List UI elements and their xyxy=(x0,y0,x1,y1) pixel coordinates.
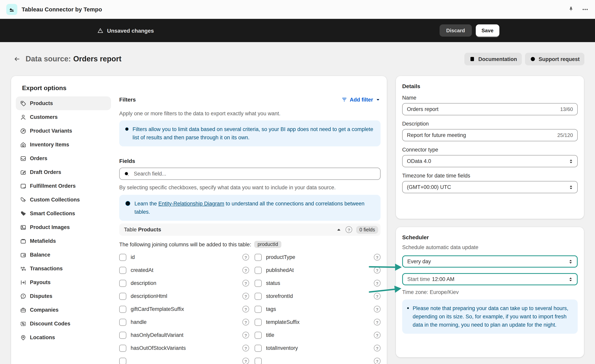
table-name: Products xyxy=(138,227,161,233)
sidebar-item-transactions[interactable]: Transactions xyxy=(16,262,111,275)
field-help-icon[interactable]: ? xyxy=(242,332,249,338)
start-time-select[interactable]: Start time 12:00 AM xyxy=(402,273,578,285)
checkbox-publishedAt[interactable] xyxy=(255,267,262,274)
support-request-button[interactable]: Support request xyxy=(525,53,584,65)
scheduler-description: Schedule automatic data update xyxy=(402,244,578,250)
field-help-icon[interactable]: ? xyxy=(242,280,249,286)
checkbox-tags[interactable] xyxy=(255,306,262,313)
sidebar-item-orders[interactable]: Orders xyxy=(16,151,111,165)
sidebar-item-inventory-items[interactable]: Inventory Items xyxy=(16,138,111,151)
checkbox-next-field[interactable] xyxy=(255,357,262,364)
checkbox-descriptionHtml[interactable] xyxy=(119,293,126,300)
export-entity-nav: Products Customers Product Variants Inve… xyxy=(16,96,111,364)
field-row: giftCardTemplateSuffix? tags? xyxy=(119,303,381,316)
sidebar-item-draft-orders[interactable]: Draft Orders xyxy=(16,165,111,179)
checkbox-title[interactable] xyxy=(255,332,262,339)
field-help-icon[interactable]: ? xyxy=(374,280,381,286)
field-help-icon[interactable]: ? xyxy=(374,358,381,364)
field-help-icon[interactable]: ? xyxy=(374,267,381,273)
checkbox-description[interactable] xyxy=(119,280,126,287)
sidebar-item-disputes[interactable]: Disputes xyxy=(16,289,111,303)
app-logo-icon xyxy=(6,4,17,15)
update-frequency-select[interactable]: Every day xyxy=(402,255,578,268)
sidebar-item-metafields[interactable]: Metafields xyxy=(16,234,111,248)
checkbox-status[interactable] xyxy=(255,280,262,287)
info-icon xyxy=(125,200,131,207)
field-help-icon[interactable]: ? xyxy=(242,267,249,273)
back-arrow-icon[interactable] xyxy=(13,56,21,63)
briefcase-icon xyxy=(20,306,27,314)
add-filter-button[interactable]: Add filter xyxy=(341,96,381,103)
sidebar-item-payouts[interactable]: Payouts xyxy=(16,275,111,289)
table-help-icon[interactable]: ? xyxy=(346,226,352,233)
page-title: Data source:Orders report xyxy=(26,55,121,63)
checkbox-giftCardTemplateSuffix[interactable] xyxy=(119,306,126,313)
updown-stepper-icon xyxy=(568,184,574,190)
filters-description: Apply one or more filters to the data to… xyxy=(119,110,381,117)
sidebar-item-products[interactable]: Products xyxy=(16,96,111,110)
fields-count-badge: 0 fields xyxy=(356,226,378,234)
export-options-heading: Export options xyxy=(22,85,381,92)
name-input[interactable]: Orders report 13/60 xyxy=(402,103,578,115)
checkbox-templateSuffix[interactable] xyxy=(255,319,262,326)
field-search xyxy=(119,168,381,180)
sidebar-item-balance[interactable]: Balance xyxy=(16,248,111,262)
field-help-icon[interactable]: ? xyxy=(374,345,381,351)
checkbox-hasOnlyDefaultVariant[interactable] xyxy=(119,332,126,339)
connector-type-select[interactable]: OData 4.0 xyxy=(402,155,578,167)
sidebar-item-companies[interactable]: Companies xyxy=(16,303,111,317)
field-search-input[interactable] xyxy=(133,170,376,177)
checkbox-id[interactable] xyxy=(119,254,126,261)
field-help-icon[interactable]: ? xyxy=(242,293,249,300)
field-help-icon[interactable]: ? xyxy=(374,332,381,338)
field-row: id? productType? xyxy=(119,251,381,264)
export-options-card: Export options Products Customers Produc… xyxy=(11,76,387,364)
smart-tag-icon xyxy=(20,210,27,217)
name-label: Name xyxy=(402,95,578,101)
field-help-icon[interactable]: ? xyxy=(242,345,249,351)
topbar: Tableau Connector by Tempo xyxy=(0,0,595,19)
sidebar-item-customers[interactable]: Customers xyxy=(16,110,111,124)
field-help-icon[interactable]: ? xyxy=(242,319,249,325)
collapse-table-icon[interactable] xyxy=(336,227,342,232)
field-help-icon[interactable]: ? xyxy=(242,358,249,364)
sidebar-item-smart-collections[interactable]: Smart Collections xyxy=(16,207,111,220)
pin-icon[interactable] xyxy=(567,6,574,13)
checkbox-next-field[interactable] xyxy=(119,357,126,364)
field-help-icon[interactable]: ? xyxy=(374,293,381,300)
sidebar-item-product-variants[interactable]: Product Variants xyxy=(16,124,111,138)
documentation-button[interactable]: Documentation xyxy=(465,53,522,65)
checkbox-productType[interactable] xyxy=(255,254,262,261)
checkbox-handle[interactable] xyxy=(119,319,126,326)
more-menu-icon[interactable] xyxy=(582,6,589,13)
description-input[interactable]: Report for future meeting 25/120 xyxy=(402,129,578,141)
field-help-icon[interactable]: ? xyxy=(242,254,249,261)
updown-stepper-icon xyxy=(568,277,573,282)
sidebar-item-product-images[interactable]: Product Images xyxy=(16,220,111,234)
field-help-icon[interactable]: ? xyxy=(374,254,381,261)
checkbox-totalInventory[interactable] xyxy=(255,344,262,352)
discard-button[interactable]: Discard xyxy=(439,24,472,37)
sidebar-item-locations[interactable]: Locations xyxy=(16,331,111,344)
metafields-icon xyxy=(20,237,27,245)
save-button[interactable]: Save xyxy=(475,24,499,37)
field-help-icon[interactable]: ? xyxy=(374,319,381,325)
start-time-label: Start time xyxy=(407,276,430,282)
location-pin-icon xyxy=(20,334,27,341)
field-row: ? ? xyxy=(119,355,381,364)
checkbox-hasOutOfStockVariants[interactable] xyxy=(119,344,126,352)
timezone-select[interactable]: (GMT+00:00) UTC xyxy=(402,181,578,193)
transfer-arrows-icon xyxy=(20,265,27,272)
checkbox-storefrontId[interactable] xyxy=(255,293,262,300)
wallet-icon xyxy=(20,251,27,258)
warehouse-icon xyxy=(20,141,27,148)
description-label: Description xyxy=(402,121,578,127)
checkbox-createdAt[interactable] xyxy=(119,267,126,274)
sidebar-item-fulfillment-orders[interactable]: Fulfillment Orders xyxy=(16,179,111,193)
table-products-header: Table Products ? 0 fields xyxy=(119,223,381,236)
er-diagram-link[interactable]: Entity-Relationship Diagram xyxy=(158,201,224,207)
sidebar-item-discount-codes[interactable]: Discount Codes xyxy=(16,317,111,331)
sidebar-item-custom-collections[interactable]: Custom Collections xyxy=(16,193,111,207)
field-help-icon[interactable]: ? xyxy=(374,306,381,313)
field-help-icon[interactable]: ? xyxy=(242,306,249,313)
